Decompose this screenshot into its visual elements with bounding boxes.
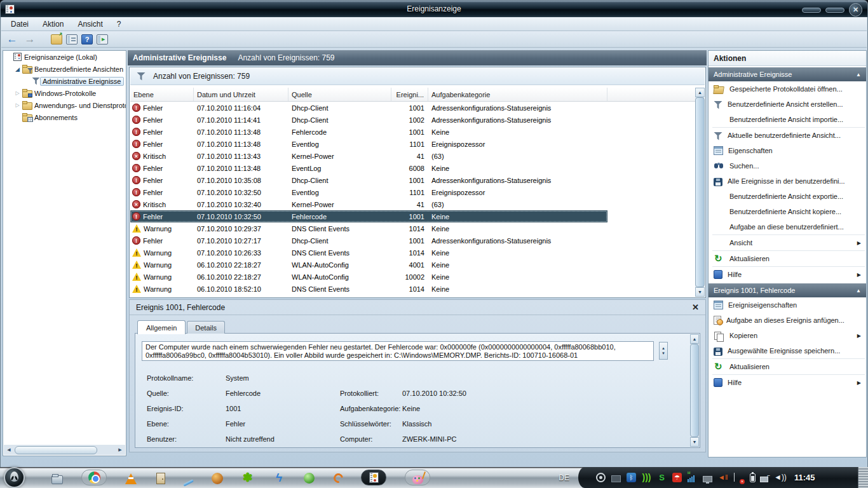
- column-header-4[interactable]: Aufgabenkategorie: [428, 88, 607, 101]
- scroll-down-icon[interactable]: ▼: [695, 287, 705, 297]
- audio-orange-tray-icon[interactable]: ◄‖: [718, 473, 728, 482]
- action-item[interactable]: Ansicht▶: [709, 235, 866, 250]
- action-item[interactable]: Eigenschaften: [709, 143, 866, 158]
- help-icon[interactable]: ?: [81, 34, 93, 44]
- taskbar-app-paint-palette[interactable]: [405, 470, 430, 485]
- menu-item-aktion[interactable]: Aktion: [37, 18, 69, 30]
- event-row[interactable]: !Fehler07.10.2010 11:14:41Dhcp-Client100…: [130, 114, 607, 126]
- details-vertical-scrollbar[interactable]: ▲ ▼: [690, 334, 699, 447]
- action-item[interactable]: Kopieren▶: [709, 328, 866, 343]
- event-row[interactable]: ×Kritisch07.10.2010 10:32:40Kernel-Power…: [130, 198, 607, 210]
- event-row[interactable]: !Fehler07.10.2010 10:35:08Dhcp-Client100…: [130, 174, 607, 186]
- column-header-2[interactable]: Quelle: [288, 88, 391, 101]
- actions-section-header-1[interactable]: Ereignis 1001, Fehlercode▲: [709, 283, 866, 297]
- signal-tray-icon[interactable]: [688, 473, 697, 482]
- action-item[interactable]: Ereigniseigenschaften: [709, 297, 866, 313]
- scroll-down-icon[interactable]: ▼: [690, 437, 699, 447]
- action-item[interactable]: Aufgabe an diese benutzerdefiniert...: [709, 219, 866, 234]
- action-item[interactable]: Alle Ereignisse in der benutzerdefini...: [709, 173, 866, 189]
- network-tray-icon[interactable]: [760, 477, 768, 482]
- scrollbar-thumb[interactable]: [695, 97, 705, 287]
- event-row[interactable]: Warnung07.10.2010 10:26:33DNS Client Eve…: [130, 247, 607, 259]
- razer-tray-icon[interactable]: ))): [642, 473, 651, 482]
- sidebar-item-benutzerdefinierte[interactable]: ◢Benutzerdefinierte Ansichten: [3, 63, 126, 75]
- action-item[interactable]: Aktualisieren: [709, 359, 866, 374]
- scroll-right-icon[interactable]: ▶: [115, 445, 125, 455]
- forward-arrow-icon[interactable]: →: [23, 33, 37, 46]
- open-saved-log-icon[interactable]: [51, 34, 62, 44]
- event-row[interactable]: !Fehler07.10.2010 10:32:50Eventlog1101Er…: [130, 186, 607, 198]
- expander-closed-icon[interactable]: ▷: [13, 102, 22, 108]
- event-row[interactable]: !Fehler07.10.2010 11:13:48Eventlog1101Er…: [130, 138, 607, 150]
- minimize-button[interactable]: [802, 8, 821, 13]
- scrollbar-thumb[interactable]: [15, 446, 97, 454]
- expander-open-icon[interactable]: ◢: [13, 66, 22, 72]
- scroll-up-icon[interactable]: ▲: [695, 88, 705, 97]
- action-item[interactable]: Benutzerdefinierte Ansicht erstellen...: [709, 97, 866, 112]
- action-center-tray-icon[interactable]: [733, 473, 743, 482]
- green-snake-tray-icon[interactable]: S: [657, 473, 667, 482]
- action-item[interactable]: Hilfe▶: [709, 267, 866, 282]
- start-button[interactable]: [4, 467, 25, 488]
- sidebar-item-windowsprotokolle[interactable]: ▷Windows-Protokolle: [3, 87, 126, 99]
- event-row[interactable]: !Fehler07.10.2010 11:13:48Fehlercode1001…: [130, 126, 607, 138]
- sidebar-item-administrative[interactable]: Administrative Ereignisse: [3, 75, 126, 87]
- action-item[interactable]: Aktualisieren: [709, 251, 866, 266]
- display-tray-icon[interactable]: [611, 475, 621, 482]
- avira-tray-icon[interactable]: ☂: [672, 473, 682, 482]
- bluetooth-tray-icon[interactable]: ᛒ: [627, 473, 636, 482]
- column-header-1[interactable]: Datum und Uhrzeit: [194, 88, 288, 101]
- expander-closed-icon[interactable]: ▷: [13, 90, 22, 96]
- collapse-chevron-icon[interactable]: ▲: [856, 288, 861, 294]
- event-row[interactable]: Warnung06.10.2010 22:18:27WLAN-AutoConfi…: [130, 259, 607, 271]
- event-row[interactable]: !Fehler07.10.2010 11:16:04Dhcp-Client100…: [130, 102, 607, 114]
- action-item[interactable]: Aktuelle benutzerdefinierte Ansicht...: [709, 128, 866, 143]
- taskbar-clock[interactable]: 11:45: [789, 473, 822, 482]
- event-row[interactable]: !Fehler07.10.2010 10:27:17Dhcp-Client100…: [130, 234, 607, 247]
- taskbar-app-icq-flower[interactable]: ✽: [241, 471, 254, 484]
- action-item[interactable]: Benutzerdefinierte Ansicht exportie...: [709, 189, 866, 204]
- action-item[interactable]: Ausgewählte Ereignisse speichern...: [709, 343, 866, 358]
- message-spinner[interactable]: ▲▼: [659, 342, 668, 360]
- close-button[interactable]: ✕: [849, 3, 862, 17]
- back-arrow-icon[interactable]: ←: [5, 33, 19, 46]
- titlebar[interactable]: Ereignisanzeige ✕: [1, 1, 867, 17]
- event-row[interactable]: Warnung06.10.2010 18:52:10DNS Client Eve…: [130, 283, 607, 295]
- action-item[interactable]: Gespeicherte Protokolldatei öffnen...: [709, 81, 866, 97]
- monitor-tray-icon[interactable]: [703, 476, 712, 482]
- action-item[interactable]: Benutzerdefinierte Ansicht kopiere...: [709, 204, 866, 219]
- action-pane-icon[interactable]: [97, 34, 108, 44]
- taskbar-app-orange-swirl-app[interactable]: [332, 471, 345, 485]
- tab-details[interactable]: Details: [187, 321, 225, 334]
- event-row[interactable]: ×Kritisch07.10.2010 11:13:43Kernel-Power…: [130, 150, 607, 162]
- close-details-icon[interactable]: ✕: [692, 302, 699, 312]
- sidebar-item-anwendungs[interactable]: ▷Anwendungs- und Dienstprotokolle: [3, 99, 126, 111]
- action-item[interactable]: Suchen...: [709, 158, 866, 173]
- console-window-icon[interactable]: [66, 34, 78, 44]
- taskbar-app-event-viewer[interactable]: [361, 470, 386, 485]
- taskbar-app-lightning-app[interactable]: ϟ: [273, 471, 285, 484]
- volume-tray-icon[interactable]: ◄)): [774, 473, 783, 482]
- event-row[interactable]: !Fehler07.10.2010 10:32:50Fehlercode1001…: [130, 210, 607, 222]
- taskbar-app-vlc[interactable]: [125, 473, 137, 484]
- column-header-3[interactable]: Ereigni...: [391, 88, 428, 101]
- taskbar-app-green-orb-app[interactable]: [304, 473, 315, 484]
- event-message[interactable]: Der Computer wurde nach einem schwerwieg…: [142, 341, 654, 361]
- event-row[interactable]: !Fehler07.10.2010 11:13:48EventLog6008Ke…: [130, 162, 607, 174]
- action-item[interactable]: Benutzerdefinierte Ansicht importie...: [709, 112, 866, 127]
- scroll-left-icon[interactable]: ◀: [4, 445, 14, 455]
- sidebar-item-ereignisanzeige[interactable]: Ereignisanzeige (Lokal): [3, 51, 126, 63]
- show-desktop-button[interactable]: [858, 467, 868, 488]
- menu-item-?[interactable]: ?: [111, 18, 127, 30]
- event-row[interactable]: Warnung07.10.2010 10:29:37DNS Client Eve…: [130, 222, 607, 234]
- column-header-empty[interactable]: [607, 88, 695, 101]
- collapse-chevron-icon[interactable]: ▲: [856, 72, 861, 78]
- taskbar-app-pen-app[interactable]: [183, 479, 194, 487]
- actions-section-header-0[interactable]: Administrative Ereignisse▲: [709, 67, 866, 81]
- tree-horizontal-scrollbar[interactable]: ◀ ▶: [4, 445, 125, 455]
- scroll-up-icon[interactable]: ▲: [690, 334, 699, 344]
- taskbar-app-door-app[interactable]: [156, 473, 165, 484]
- menu-item-ansicht[interactable]: Ansicht: [72, 18, 108, 30]
- language-indicator[interactable]: DE: [559, 473, 578, 482]
- taskbar-app-chrome[interactable]: [81, 470, 107, 485]
